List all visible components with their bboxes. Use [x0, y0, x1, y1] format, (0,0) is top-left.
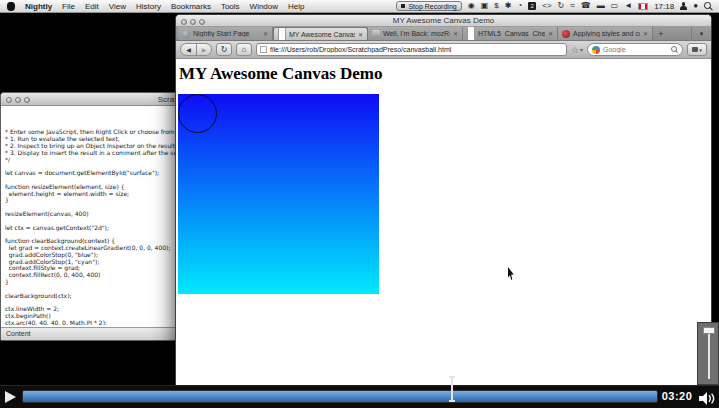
- menu-item[interactable]: Bookmarks: [171, 2, 211, 11]
- search-box[interactable]: [587, 43, 683, 56]
- browser-tab[interactable]: Nightly Start Page ✕: [178, 27, 273, 40]
- play-button[interactable]: [5, 391, 16, 403]
- mute-button[interactable]: [699, 391, 715, 408]
- speaker-icon: [699, 392, 715, 405]
- minimize-button[interactable]: [15, 97, 21, 103]
- ibeam-cursor-icon: [448, 376, 456, 402]
- zoom-button[interactable]: [24, 97, 30, 103]
- tab-close-icon[interactable]: ✕: [263, 30, 268, 37]
- browser-window-title: MY Awesome Canvas Demo: [393, 16, 495, 25]
- menu-item[interactable]: Edit: [85, 2, 99, 11]
- dollar-icon[interactable]: $: [494, 2, 498, 10]
- tab-label: MY Awesome Canvas D...: [289, 31, 355, 38]
- notification-icon[interactable]: ●: [693, 2, 698, 10]
- navigation-toolbar: ◀ ▶ ↻ ⌂ ☆ ▾ ▾: [176, 41, 711, 59]
- page-tools-caret-icon: ▾: [699, 47, 702, 53]
- tab-close-icon[interactable]: ✕: [358, 31, 363, 38]
- browser-tab[interactable]: Applying styles and col... ✕: [558, 27, 653, 40]
- gear-icon[interactable]: ✱: [505, 2, 512, 10]
- new-tab-button[interactable]: +: [653, 27, 669, 40]
- stop-icon: [401, 4, 405, 8]
- seek-bar[interactable]: [22, 390, 658, 403]
- menubar-clock: 17:18: [654, 2, 674, 11]
- tab-label: Applying styles and col...: [573, 30, 640, 37]
- google-icon[interactable]: [592, 46, 600, 54]
- spotlight-search-icon[interactable]: [704, 2, 712, 10]
- tab-label: Nightly Start Page: [193, 30, 260, 37]
- tab-favicon: [278, 27, 286, 40]
- close-button[interactable]: [6, 97, 12, 103]
- window-controls: [6, 97, 30, 103]
- tab-bar: Nightly Start Page ✕ MY Awesome Canvas D…: [176, 27, 711, 41]
- phone-icon[interactable]: ☎: [581, 2, 591, 10]
- code-icon[interactable]: <>: [542, 2, 551, 10]
- clock-icon[interactable]: ◔: [517, 2, 522, 10]
- flag-canada-icon[interactable]: [638, 3, 648, 10]
- stop-recording-button[interactable]: Stop Recording: [396, 1, 461, 11]
- badge-2-icon[interactable]: 2: [528, 2, 536, 10]
- windows-icon[interactable]: ▣: [481, 2, 489, 10]
- menu-item[interactable]: History: [136, 2, 161, 11]
- browser-titlebar[interactable]: MY Awesome Canvas Demo: [176, 15, 711, 27]
- tab-favicon: [372, 30, 380, 38]
- demo-canvas[interactable]: [178, 94, 379, 294]
- battery-icon[interactable]: ▭: [611, 2, 619, 10]
- page-favicon: [260, 46, 267, 53]
- input-menu-icon[interactable]: ◄: [624, 2, 632, 10]
- menu-item[interactable]: View: [109, 2, 126, 11]
- display-icon[interactable]: ▬: [597, 2, 605, 10]
- time-display: 03:20: [658, 390, 696, 402]
- home-button[interactable]: ⌂: [236, 43, 252, 56]
- tab-favicon: [467, 27, 475, 40]
- bookmark-control: ☆ ▾: [571, 45, 583, 55]
- menubar: NightlyFileEditViewHistoryBookmarksTools…: [0, 0, 719, 13]
- wifi-icon[interactable]: ≈: [570, 2, 574, 10]
- page-tools-button[interactable]: ▾: [687, 43, 707, 56]
- window-controls: [181, 19, 205, 25]
- stop-recording-label: Stop Recording: [408, 3, 456, 10]
- all-tabs-button[interactable]: ▾: [691, 27, 711, 40]
- search-input[interactable]: [603, 46, 668, 53]
- bookmark-star-icon[interactable]: ☆: [571, 45, 579, 55]
- sync-icon[interactable]: ↻: [558, 2, 565, 10]
- progress-fill: [23, 391, 657, 402]
- page-tools-icon: [692, 47, 698, 52]
- tab-favicon: [182, 30, 190, 38]
- video-player-bar: 03:20: [0, 385, 719, 408]
- user-icon[interactable]: [680, 2, 687, 10]
- url-bar[interactable]: [256, 43, 567, 56]
- bookmark-menu-icon[interactable]: ▾: [580, 46, 583, 53]
- page-content: MY Awesome Canvas Demo: [176, 59, 711, 386]
- minimize-button[interactable]: [190, 19, 196, 25]
- browser-tab[interactable]: HTML5_Canvas_Cheat_... ✕: [463, 27, 558, 40]
- reload-button[interactable]: ↻: [216, 43, 232, 56]
- zoom-button[interactable]: [199, 19, 205, 25]
- browser-tab[interactable]: Well, I'm Back: mozReq... ✕: [368, 27, 463, 40]
- menu-item[interactable]: Window: [250, 2, 278, 11]
- tab-close-icon[interactable]: ✕: [453, 30, 458, 37]
- scratchpad-footer-label: Content: [6, 330, 31, 337]
- close-button[interactable]: [181, 19, 187, 25]
- browser-tab[interactable]: MY Awesome Canvas D... ✕: [273, 27, 368, 40]
- screen: NightlyFileEditViewHistoryBookmarksTools…: [0, 0, 719, 408]
- back-button[interactable]: ◀: [180, 43, 197, 56]
- tab-close-icon[interactable]: ✕: [548, 30, 553, 37]
- menu-item[interactable]: Help: [288, 2, 304, 11]
- tab-label: Well, I'm Back: mozReq...: [383, 30, 450, 37]
- tab-close-icon[interactable]: ✕: [643, 30, 648, 37]
- volume-track: [708, 329, 710, 379]
- url-input[interactable]: [270, 46, 563, 53]
- forward-button[interactable]: ▶: [197, 43, 212, 56]
- browser-window: MY Awesome Canvas Demo Nightly Start Pag…: [175, 14, 712, 385]
- volume-handle[interactable]: [703, 327, 715, 334]
- volume-slider[interactable]: [697, 322, 719, 385]
- menu-item[interactable]: File: [62, 2, 75, 11]
- apple-menu-icon[interactable]: [7, 2, 15, 11]
- canvas-circle: [178, 94, 217, 133]
- page-heading: MY Awesome Canvas Demo: [179, 64, 383, 84]
- menu-item[interactable]: Tools: [221, 2, 240, 11]
- menu-item[interactable]: Nightly: [25, 2, 52, 11]
- tab-favicon: [562, 30, 570, 38]
- shield-icon[interactable]: ◉: [468, 2, 475, 10]
- search-icon[interactable]: [671, 46, 678, 53]
